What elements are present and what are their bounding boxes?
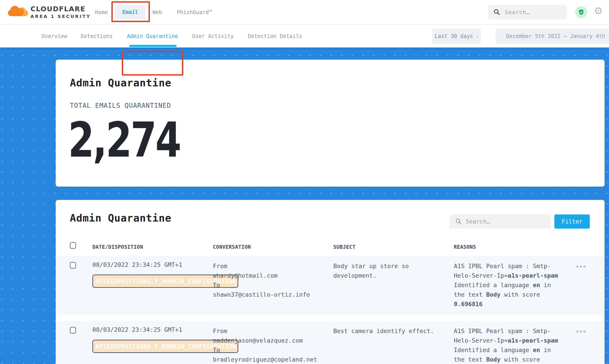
to-label: To bbox=[213, 345, 317, 355]
date-range-display[interactable]: December 5th 2022 — January 4th 2023 bbox=[496, 29, 609, 44]
reason-line: A1S IPBL Pearl spam : Smtp- bbox=[454, 261, 558, 271]
from-email: maddenjason@velazquez.com bbox=[213, 336, 317, 345]
time-range-dropdown[interactable]: Last 30 days ▾ bbox=[432, 29, 481, 44]
row-reasons: A1S IPBL Pearl spam : Smtp- Helo-Server-… bbox=[454, 261, 558, 309]
table-search-input[interactable]: Search… bbox=[449, 214, 551, 229]
row-conversation: From maddenjason@velazquez.com To bradle… bbox=[213, 326, 317, 364]
tab-detection-details[interactable]: Detection Details bbox=[248, 33, 302, 39]
brand-subtitle: AREA 1 SECURITY bbox=[30, 14, 91, 19]
summary-card-title: Admin Quarantine bbox=[70, 77, 171, 89]
tab-detections[interactable]: Detections bbox=[81, 33, 113, 39]
reason-line: Helo-Server-Ip=a1s-pearl-spam bbox=[454, 336, 558, 345]
reason-line: the text Body with score bbox=[454, 355, 558, 364]
global-search-input[interactable]: Search… bbox=[488, 5, 567, 19]
reason-line: Identified a language en in bbox=[454, 280, 558, 290]
from-email: whardy@hotmail.com bbox=[213, 271, 310, 280]
row-actions-menu[interactable] bbox=[576, 330, 586, 333]
column-header-date-disposition: DATE/DISPOSITION bbox=[92, 244, 143, 250]
reason-line: 0.696816 bbox=[454, 299, 558, 309]
table-search-placeholder: Search… bbox=[466, 218, 490, 225]
top-bar: CLOUDFLARE AREA 1 SECURITY Home Email We… bbox=[0, 0, 609, 25]
from-label: From bbox=[213, 261, 310, 271]
column-header-conversation: CONVERSATION bbox=[213, 244, 251, 250]
chevron-down-icon: ▾ bbox=[476, 34, 478, 39]
table-row: 08/03/2022 23:34:25 GMT+1 APIDISPOSITION… bbox=[56, 321, 605, 364]
row-date: 08/03/2022 23:34:25 GMT+1 bbox=[92, 326, 182, 333]
email-sub-nav: Overview Detections Admin Quarantine Use… bbox=[0, 25, 609, 48]
row-subject: Body star up store so development. bbox=[333, 261, 437, 280]
nav-item-home[interactable]: Home bbox=[95, 9, 108, 15]
search-icon bbox=[493, 9, 501, 16]
shield-check-icon bbox=[578, 9, 584, 15]
from-label: From bbox=[213, 326, 317, 336]
tab-admin-quarantine[interactable]: Admin Quarantine bbox=[127, 33, 178, 39]
settings-gear-icon[interactable]: ⚙ bbox=[594, 6, 603, 16]
row-checkbox[interactable] bbox=[70, 327, 76, 334]
column-header-reasons: REASONS bbox=[454, 244, 476, 250]
reason-line: Helo-Server-Ip=a1s-pearl-spam bbox=[454, 271, 558, 280]
brand-name: CLOUDFLARE bbox=[30, 5, 86, 13]
date-range-text: December 5th 2022 — January 4th 2023 bbox=[506, 33, 609, 39]
column-header-subject: SUBJECT bbox=[333, 244, 355, 250]
reason-line: the text Body with score bbox=[454, 290, 558, 299]
tab-user-activity[interactable]: User Activity bbox=[192, 33, 234, 39]
annotation-box-email-tab bbox=[111, 1, 150, 22]
to-email: shawn37@castillo-ortiz.info bbox=[213, 290, 310, 299]
reason-line: A1S IPBL Pearl spam : Smtp- bbox=[454, 326, 558, 336]
table-card-title: Admin Quarantine bbox=[70, 212, 171, 224]
row-reasons: A1S IPBL Pearl spam : Smtp- Helo-Server-… bbox=[454, 326, 558, 364]
table-row: 08/03/2022 23:34:25 GMT+1 APIDISPOSITION… bbox=[56, 256, 605, 315]
protection-status-badge[interactable] bbox=[575, 6, 587, 18]
annotation-box-admin-quarantine-tab bbox=[122, 51, 183, 76]
row-date: 08/03/2022 23:34:25 GMT+1 bbox=[92, 261, 182, 268]
summary-card: Admin Quarantine TOTAL EMAILS QUARANTINE… bbox=[56, 60, 605, 187]
reason-line: Identified a language en in bbox=[454, 345, 558, 355]
quarantine-table-card: Admin Quarantine Search… Filter DATE/DIS… bbox=[56, 200, 605, 364]
tab-overview[interactable]: Overview bbox=[41, 33, 67, 39]
row-checkbox[interactable] bbox=[70, 262, 76, 269]
total-emails-label: TOTAL EMAILS QUARANTINED bbox=[70, 102, 171, 109]
time-range-label: Last 30 days bbox=[435, 33, 473, 39]
row-subject: Best camera identify effect. bbox=[333, 326, 437, 336]
nav-item-phishguard[interactable]: PhishGuard™ bbox=[177, 9, 212, 15]
row-conversation: From whardy@hotmail.com To shawn37@casti… bbox=[213, 261, 310, 299]
search-icon bbox=[455, 218, 462, 225]
to-label: To bbox=[213, 280, 310, 290]
cloudflare-logo-icon bbox=[8, 3, 29, 18]
active-tab-underline bbox=[129, 45, 176, 47]
row-actions-menu[interactable] bbox=[576, 265, 586, 268]
filter-button[interactable]: Filter bbox=[555, 214, 590, 229]
to-email: bradleyrodriguez@copeland.net bbox=[213, 355, 317, 364]
total-emails-value: 2,274 bbox=[68, 115, 180, 165]
global-search-placeholder: Search… bbox=[505, 9, 530, 15]
select-all-checkbox[interactable] bbox=[70, 242, 76, 249]
nav-item-web[interactable]: Web bbox=[152, 9, 162, 15]
